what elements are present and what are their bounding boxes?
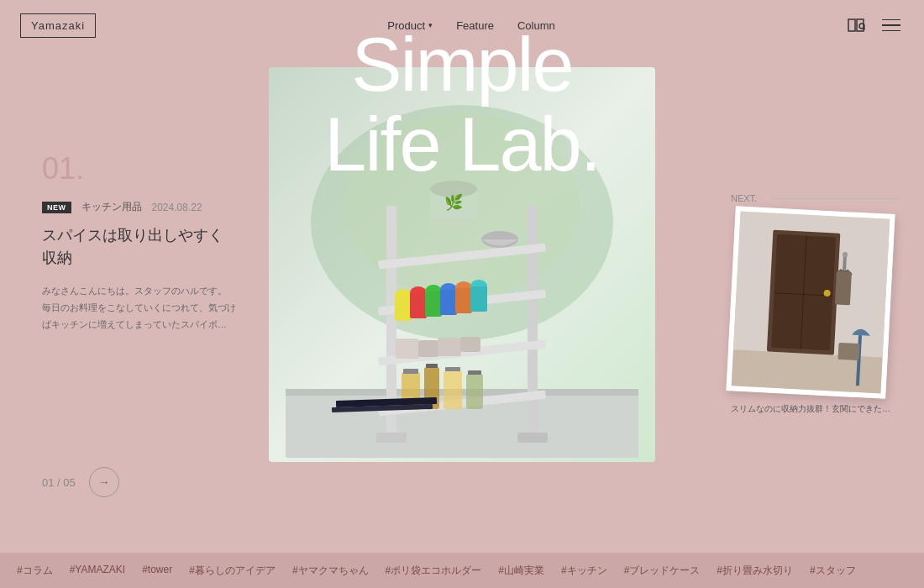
header: Yamazaki Product ▾ Feature Column <box>0 0 924 50</box>
article-panel: 01. NEW キッチン用品 2024.08.22 スパイスは取り出しやすく 収… <box>42 151 260 333</box>
article-date: 2024.08.22 <box>152 202 202 213</box>
svg-rect-9 <box>517 433 548 443</box>
hashtag-item[interactable]: #ヤマクマちゃん <box>292 564 369 578</box>
svg-rect-27 <box>425 291 442 317</box>
hashtag-item[interactable]: #山崎実業 <box>498 564 544 578</box>
hashtag-item[interactable]: #コラム <box>17 564 53 578</box>
main-product-image[interactable]: 🌿 <box>269 67 655 462</box>
next-photo[interactable] <box>726 206 895 399</box>
shelf-photo: 🌿 <box>269 67 655 462</box>
arrow-icon: → <box>98 475 110 489</box>
svg-rect-30 <box>470 286 487 312</box>
next-card[interactable]: NEXT. <box>731 193 899 415</box>
svg-rect-45 <box>445 367 460 371</box>
hashtag-item[interactable]: #キッチン <box>561 564 607 578</box>
svg-rect-36 <box>438 338 461 356</box>
pagination: 01 / 05 → <box>42 467 119 497</box>
nav-icons <box>847 16 904 35</box>
svg-rect-28 <box>440 290 457 315</box>
hashtag-item[interactable]: #折り畳み水切り <box>717 564 793 578</box>
new-tag: NEW <box>42 202 71 213</box>
hamburger-line <box>882 24 900 26</box>
hashtag-item[interactable]: #YAMAZAKI <box>70 564 125 578</box>
hashtag-item[interactable]: #ポリ袋エコホルダー <box>386 564 482 578</box>
svg-rect-34 <box>418 340 438 357</box>
svg-rect-29 <box>455 288 472 313</box>
tag-row: NEW キッチン用品 2024.08.22 <box>42 200 260 214</box>
page-total: 05 <box>63 476 75 489</box>
logo[interactable]: Yamazaki <box>20 13 96 38</box>
svg-rect-38 <box>460 337 480 352</box>
svg-rect-43 <box>403 369 418 374</box>
chevron-down-icon: ▾ <box>428 21 433 29</box>
nav-feature[interactable]: Feature <box>456 19 494 32</box>
next-caption: スリムなのに収納力抜群！玄関にできた… <box>731 403 899 415</box>
next-arrow-button[interactable]: → <box>89 467 119 497</box>
pagination-text: 01 / 05 <box>42 476 76 489</box>
hashtag-item[interactable]: #暮らしのアイデア <box>189 564 276 578</box>
hamburger-menu[interactable] <box>879 16 904 35</box>
svg-rect-32 <box>396 339 419 359</box>
hamburger-line <box>882 19 900 21</box>
nav-product[interactable]: Product ▾ <box>387 19 433 32</box>
svg-rect-8 <box>376 433 407 443</box>
next-label: NEXT. <box>731 193 899 203</box>
page-current: 01 <box>42 476 54 489</box>
svg-rect-25 <box>395 296 412 321</box>
nav-column[interactable]: Column <box>517 19 555 32</box>
svg-rect-59 <box>835 271 852 306</box>
hamburger-line <box>882 30 900 32</box>
svg-rect-46 <box>468 370 481 375</box>
svg-rect-44 <box>426 364 438 368</box>
article-category: キッチン用品 <box>81 200 142 214</box>
search-book-icon[interactable] <box>847 18 865 33</box>
article-number: 01. <box>42 151 260 186</box>
svg-rect-26 <box>410 293 427 318</box>
svg-rect-41 <box>444 370 462 409</box>
hashtag-scroll: #コラム#YAMAZAKI#tower#暮らしのアイデア#ヤマクマちゃん#ポリ袋… <box>0 564 873 578</box>
svg-rect-7 <box>528 206 538 441</box>
navigation: Product ▾ Feature Column <box>387 19 554 32</box>
hashtag-item[interactable]: #スタッフ <box>810 564 856 578</box>
svg-text:🌿: 🌿 <box>444 193 464 212</box>
article-description: みなさんこんにちは。スタッフのハルです。 毎日のお料理をこなしていくにつれて、気… <box>42 283 260 333</box>
svg-rect-42 <box>466 374 483 409</box>
hashtag-item[interactable]: #ブレッドケース <box>624 564 701 578</box>
hashtag-item[interactable]: #tower <box>142 564 172 578</box>
article-title[interactable]: スパイスは取り出しやすく 収納 <box>42 224 260 270</box>
svg-rect-61 <box>837 343 859 360</box>
hashtag-bar: #コラム#YAMAZAKI#tower#暮らしのアイデア#ヤマクマちゃん#ポリ袋… <box>0 553 924 588</box>
